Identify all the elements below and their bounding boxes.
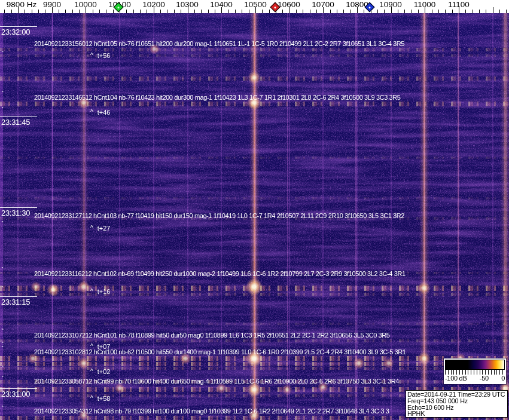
freq-tick: [384, 10, 385, 13]
left-edge-tick: `: [1, 53, 4, 56]
caret-icon: ^: [90, 368, 93, 375]
left-edge-tick: `: [1, 223, 4, 226]
freq-tick: [493, 7, 493, 13]
freq-tick-label: 10400: [210, 0, 233, 9]
freq-tick: [296, 10, 297, 13]
freq-tick: [174, 10, 175, 13]
freq-tick-label: 10600: [278, 0, 300, 9]
time-cursor: ^ t+56: [90, 52, 110, 59]
caret-icon: ^: [90, 395, 93, 401]
time-cursor: ^ t+07: [90, 343, 110, 350]
freq-tick-label: 9800 Hz: [7, 0, 36, 9]
annotations-overlay: 23:32:0023:31:4523:31:3023:31:1523:31:00…: [0, 0, 509, 420]
scale-mid-label: -50: [480, 375, 489, 382]
freq-tick: [194, 10, 195, 13]
left-edge-tick: `: [1, 391, 4, 395]
caret-icon: ^: [90, 109, 93, 115]
left-edge-tick: `: [1, 269, 4, 272]
freq-tick: [350, 10, 351, 13]
freq-tick: [452, 10, 453, 13]
freq-tick: [412, 10, 412, 13]
detection-log-line: 20140921233058712 hCnt99 nb-70 f10600 hi…: [34, 378, 399, 385]
status-info-box: Date=2014-09-21 Time=23:29 UTC Freq=143 …: [406, 390, 508, 418]
caret-icon: ^: [90, 225, 93, 231]
freq-tick-label: 11100: [448, 0, 470, 9]
freq-tick: [364, 10, 364, 13]
freq-tick: [377, 10, 378, 13]
freq-tick: [249, 10, 249, 13]
freq-tick: [316, 10, 317, 13]
detection-log-line: 20140921233156012 hCnt105 nb-76 f10651 h…: [34, 40, 404, 47]
detection-log-line: 20140921233054312 hCnt98 nb-79 f10399 hi…: [34, 407, 389, 415]
freq-tick: [242, 10, 242, 13]
freq-tick: [445, 10, 446, 13]
freq-tick: [473, 10, 473, 13]
caret-icon: ^: [90, 288, 93, 295]
freq-tick: [59, 10, 59, 13]
freq-tick: [93, 10, 93, 13]
scale-max-label: 0: [501, 375, 505, 382]
freq-tick: [235, 10, 236, 13]
freq-tick: [262, 10, 263, 13]
freq-tick: [465, 10, 466, 13]
freq-tick: [181, 10, 181, 13]
time-label: 23:32:00: [1, 27, 30, 36]
freq-tick: [201, 10, 202, 13]
freq-tick: [11, 10, 12, 13]
freq-tick: [486, 10, 486, 13]
left-edge-tick: `: [1, 288, 4, 292]
freq-tick: [303, 10, 303, 13]
freq-tick: [343, 10, 344, 13]
detection-log-line: 20140921233146512 hCnt104 nb-76 f10423 h…: [34, 94, 401, 101]
freq-tick: [113, 10, 114, 13]
freq-tick: [418, 10, 419, 13]
meteor-spectrogram-viewer: 23:32:0023:31:4523:31:3023:31:1523:31:00…: [0, 0, 509, 420]
freq-tick: [72, 10, 73, 13]
time-cursor: ^ t+27: [90, 225, 110, 232]
color-scale: -100 dB -50 0: [444, 358, 506, 384]
freq-tick: [38, 10, 39, 13]
detection-log-line: 20140921233127112 hCnt103 nb-77 f10419 h…: [34, 212, 404, 219]
freq-tick: [506, 10, 507, 13]
caret-icon: ^: [90, 52, 93, 59]
time-tick-line: [0, 296, 37, 297]
freq-tick: [106, 10, 106, 13]
freq-tick-label: 10700: [312, 0, 334, 9]
info-station-code: HPHK: [407, 410, 506, 417]
freq-tick: [208, 10, 209, 13]
detection-log-line: 20140921233116212 hCnt102 nb-69 f10499 h…: [34, 270, 406, 277]
left-edge-tick: `: [1, 93, 4, 96]
freq-tick: [438, 10, 439, 13]
freq-tick: [479, 10, 480, 13]
left-edge-tick: `: [1, 378, 4, 381]
freq-tick: [269, 10, 270, 13]
freq-tick: [133, 10, 134, 13]
caret-icon: ^: [90, 343, 93, 350]
freq-tick: [160, 10, 161, 13]
freq-tick-label: 10200: [142, 0, 165, 9]
left-edge-tick: `: [1, 36, 4, 39]
freq-tick-label: 10900: [379, 0, 402, 9]
freq-tick: [147, 10, 147, 13]
freq-tick: [432, 10, 432, 13]
freq-tick: [65, 10, 66, 13]
color-scale-ticks: [445, 370, 505, 375]
left-edge-tick: `: [1, 367, 4, 371]
freq-tick: [126, 10, 127, 13]
time-label: 23:31:00: [1, 390, 30, 398]
freq-tick: [4, 10, 5, 13]
freq-tick: [398, 10, 398, 13]
time-tick-line: [0, 388, 37, 389]
time-label: 23:31:30: [1, 209, 30, 217]
blue-frequency-marker-center: [368, 6, 371, 8]
time-tick-line: [0, 117, 37, 117]
freq-tick: [79, 10, 80, 13]
freq-tick: [337, 10, 337, 13]
freq-tick-label: 9900: [43, 0, 61, 9]
freq-tick: [99, 10, 100, 13]
freq-tick-label: 10000: [74, 0, 97, 9]
color-scale-labels: -100 dB -50 0: [445, 375, 505, 382]
freq-tick: [140, 10, 141, 13]
freq-tick: [25, 10, 25, 13]
freq-tick: [215, 10, 215, 13]
